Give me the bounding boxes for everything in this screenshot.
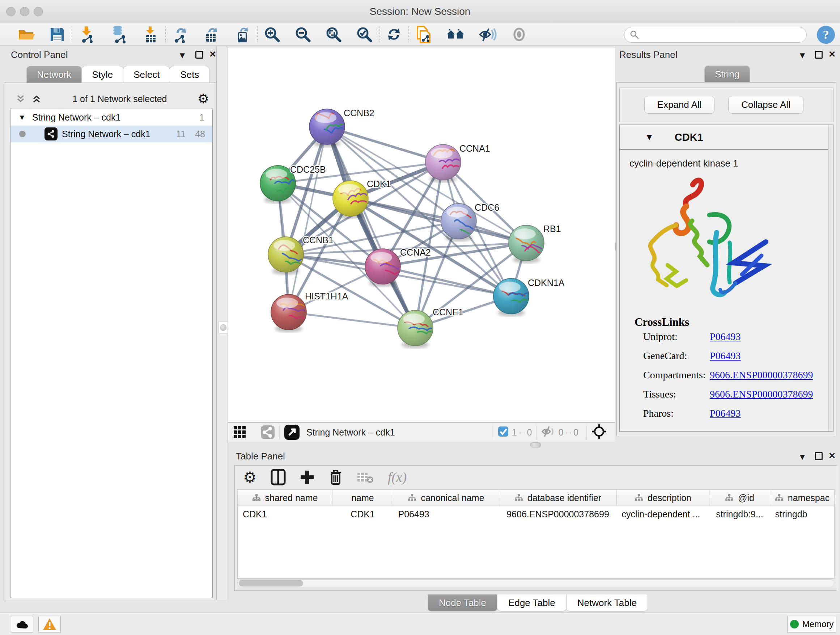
apply-layout-button[interactable] bbox=[385, 25, 403, 44]
delete-column-trash-icon[interactable] bbox=[328, 469, 343, 486]
column-header[interactable]: database identifier bbox=[499, 490, 617, 506]
column-header[interactable]: namespac bbox=[770, 490, 835, 506]
add-column-icon[interactable] bbox=[300, 470, 315, 485]
tab-edge-table[interactable]: Edge Table bbox=[497, 594, 567, 611]
left-splitter-dot[interactable] bbox=[220, 325, 226, 331]
birds-eye-view-button[interactable] bbox=[233, 425, 247, 439]
collection-collapse-icon[interactable]: ▼ bbox=[19, 113, 26, 122]
cell-database-identifier[interactable]: 9606.ENSP00000378699 bbox=[499, 506, 617, 523]
zoom-out-button[interactable] bbox=[294, 25, 312, 44]
open-in-browser-button[interactable] bbox=[284, 424, 300, 440]
hidden-eye-slash-icon[interactable] bbox=[541, 425, 555, 439]
network-row[interactable]: String Network – cdk1 11 48 bbox=[11, 126, 212, 142]
node-label-CCNB2[interactable]: CCNB2 bbox=[344, 108, 374, 118]
help-button[interactable]: ? bbox=[816, 25, 836, 46]
cell-shared-name[interactable]: CDK1 bbox=[238, 506, 332, 523]
node-label-CDKN1A[interactable]: CDKN1A bbox=[528, 278, 565, 288]
table-settings-gear-icon[interactable]: ⚙ bbox=[243, 469, 257, 486]
node-label-CCNA1[interactable]: CCNA1 bbox=[459, 143, 490, 154]
search-box[interactable] bbox=[624, 27, 807, 43]
memory-button[interactable]: Memory bbox=[787, 616, 836, 632]
warnings-button[interactable] bbox=[38, 616, 61, 632]
column-header[interactable]: @id bbox=[709, 490, 770, 506]
tab-sets[interactable]: Sets bbox=[170, 66, 210, 83]
expand-all-button[interactable]: Expand All bbox=[644, 96, 714, 114]
tab-network[interactable]: Network bbox=[27, 66, 82, 83]
export-table-button[interactable] bbox=[202, 25, 221, 44]
crosslink-link[interactable]: P06493 bbox=[710, 331, 741, 342]
fit-content-crosshair-button[interactable] bbox=[591, 424, 607, 441]
results-panel-float-icon[interactable] bbox=[815, 51, 823, 60]
protein-section-header[interactable]: ▼ CDK1 bbox=[620, 125, 828, 150]
cell-name[interactable]: CDK1 bbox=[332, 506, 393, 523]
control-panel-close-icon[interactable]: ✕ bbox=[209, 49, 216, 59]
tab-network-table[interactable]: Network Table bbox=[566, 594, 648, 611]
collapse-all-networks-icon[interactable] bbox=[15, 93, 26, 104]
results-panel-menu-icon[interactable]: ▼ bbox=[798, 50, 807, 60]
column-header[interactable]: description bbox=[617, 490, 709, 506]
selected-checkbox[interactable] bbox=[497, 426, 509, 439]
tab-style[interactable]: Style bbox=[81, 66, 123, 83]
export-image-button[interactable] bbox=[233, 25, 252, 44]
cell-description[interactable]: cyclin-dependent ... bbox=[617, 506, 709, 523]
table-panel-menu-icon[interactable]: ▼ bbox=[798, 452, 807, 462]
cloud-button[interactable] bbox=[11, 616, 33, 632]
table-panel-float-icon[interactable] bbox=[815, 452, 823, 462]
crosslink-link[interactable]: 9606.ENSP00000378699 bbox=[710, 388, 813, 400]
import-network-button[interactable] bbox=[77, 25, 96, 44]
crosslink-link[interactable]: P06493 bbox=[710, 408, 741, 419]
collapse-all-button[interactable]: Collapse All bbox=[728, 96, 804, 114]
toolbar-separator bbox=[586, 425, 587, 440]
node-label-HIST1H1A[interactable]: HIST1H1A bbox=[305, 291, 348, 301]
copy-network-button[interactable] bbox=[414, 25, 433, 44]
open-session-button[interactable] bbox=[17, 25, 35, 44]
column-header[interactable]: shared name bbox=[238, 490, 332, 506]
control-panel-menu-icon[interactable]: ▼ bbox=[178, 50, 187, 60]
save-session-button[interactable] bbox=[48, 25, 66, 44]
network-collection-row[interactable]: ▼ String Network – cdk1 1 bbox=[11, 109, 212, 126]
table-panel-close-icon[interactable]: ✕ bbox=[829, 451, 836, 461]
cell-canonical-name[interactable]: P06493 bbox=[393, 506, 499, 523]
crosslink-link[interactable]: P06493 bbox=[710, 350, 741, 362]
node-label-CCNE1[interactable]: CCNE1 bbox=[433, 307, 463, 317]
network-canvas[interactable]: CCNB2CCNA1CDC25BCDK1CDC6RB1CCNB1CCNA2CDK… bbox=[228, 47, 615, 422]
bottom-splitter-handle[interactable] bbox=[531, 442, 541, 448]
node-label-CCNB1[interactable]: CCNB1 bbox=[303, 235, 333, 245]
node-label-RB1[interactable]: RB1 bbox=[543, 224, 561, 234]
network-options-gear-icon[interactable]: ⚙ bbox=[197, 91, 209, 106]
node-label-CDK1[interactable]: CDK1 bbox=[367, 179, 391, 189]
cell-id[interactable]: stringdb:9... bbox=[709, 506, 770, 523]
protein-collapse-icon[interactable]: ▼ bbox=[645, 132, 654, 142]
zoom-in-button[interactable] bbox=[263, 25, 281, 44]
node-label-CDC25B[interactable]: CDC25B bbox=[290, 165, 326, 174]
select-columns-icon[interactable] bbox=[271, 469, 286, 486]
show-hidden-button[interactable] bbox=[510, 25, 529, 44]
expand-all-networks-icon[interactable] bbox=[31, 93, 42, 104]
node-label-CCNA2[interactable]: CCNA2 bbox=[400, 247, 431, 257]
zoom-fit-button[interactable] bbox=[324, 25, 343, 44]
node-table[interactable]: shared name name canonical name database… bbox=[237, 489, 835, 578]
search-input[interactable] bbox=[639, 30, 795, 40]
table-scrollbar-thumb[interactable] bbox=[239, 580, 303, 586]
hide-selected-button[interactable] bbox=[478, 25, 497, 44]
zoom-selected-button[interactable] bbox=[355, 25, 374, 44]
import-network-from-database-button[interactable] bbox=[109, 25, 128, 44]
export-network-button[interactable] bbox=[171, 25, 189, 44]
column-header[interactable]: name bbox=[332, 490, 393, 506]
show-all-networks-button[interactable] bbox=[446, 25, 465, 44]
table-horizontal-scrollbar[interactable] bbox=[237, 579, 834, 587]
network-graph[interactable]: CCNB2CCNA1CDC25BCDK1CDC6RB1CCNB1CCNA2CDK… bbox=[228, 48, 615, 423]
results-panel-close-icon[interactable]: ✕ bbox=[829, 49, 836, 59]
tab-string[interactable]: String bbox=[704, 65, 750, 82]
results-scrollbar[interactable] bbox=[829, 125, 833, 431]
table-row[interactable]: CDK1 CDK1 P06493 9606.ENSP00000378699 cy… bbox=[238, 506, 835, 523]
import-table-button[interactable] bbox=[141, 25, 160, 44]
zoom-fit-icon bbox=[325, 25, 343, 43]
column-header[interactable]: canonical name bbox=[393, 490, 499, 506]
node-label-CDC6[interactable]: CDC6 bbox=[475, 203, 499, 212]
tab-select[interactable]: Select bbox=[123, 66, 170, 83]
crosslink-link[interactable]: 9606.ENSP00000378699 bbox=[710, 369, 813, 381]
control-panel-float-icon[interactable] bbox=[195, 51, 203, 60]
tab-node-table[interactable]: Node Table bbox=[428, 594, 497, 611]
cell-namespace[interactable]: stringdb bbox=[770, 506, 835, 523]
